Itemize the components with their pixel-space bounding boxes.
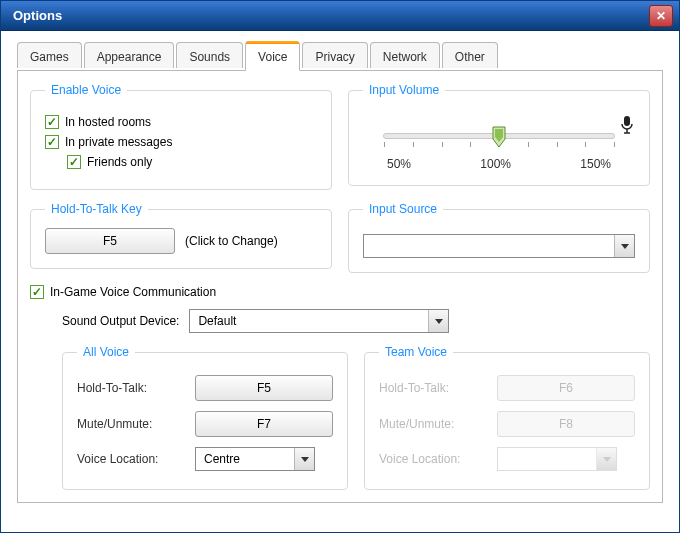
output-device-value: Default [190,314,428,328]
friends-only-checkbox[interactable] [67,155,81,169]
tab-privacy[interactable]: Privacy [302,42,367,68]
all-voice-legend: All Voice [77,345,135,359]
friends-only-row: Friends only [67,155,317,169]
private-messages-label: In private messages [65,135,172,149]
team-voice-loc-select [497,447,617,471]
chevron-down-icon [294,448,314,470]
hosted-rooms-checkbox[interactable] [45,115,59,129]
volume-labels: 50% 100% 150% [383,157,615,171]
close-button[interactable]: ✕ [649,5,673,27]
all-voice-hold-button[interactable]: F5 [195,375,333,401]
team-voice-legend: Team Voice [379,345,453,359]
volume-label-50: 50% [387,157,411,171]
enable-voice-legend: Enable Voice [45,83,127,97]
volume-slider-thumb[interactable] [492,126,506,148]
all-voice-group: All Voice Hold-To-Talk: F5 Mute/Unmute: … [62,345,348,490]
private-messages-row: In private messages [45,135,317,149]
volume-label-100: 100% [480,157,511,171]
chevron-down-icon [614,235,634,257]
tab-games[interactable]: Games [17,42,82,68]
window-title: Options [13,8,62,23]
team-voice-hold-button: F6 [497,375,635,401]
enable-voice-group: Enable Voice In hosted rooms In private … [30,83,332,190]
all-voice-loc-select[interactable]: Centre [195,447,315,471]
team-voice-mute-button: F8 [497,411,635,437]
microphone-icon [619,115,635,138]
volume-label-150: 150% [580,157,611,171]
private-messages-checkbox[interactable] [45,135,59,149]
tab-appearance[interactable]: Appearance [84,42,175,68]
chevron-down-icon [596,448,616,470]
input-volume-slider-wrap: 50% 100% 150% [363,109,635,171]
close-icon: ✕ [656,9,666,23]
input-source-legend: Input Source [363,202,443,216]
input-volume-legend: Input Volume [363,83,445,97]
all-voice-mute-label: Mute/Unmute: [77,417,187,431]
hosted-rooms-label: In hosted rooms [65,115,151,129]
hold-to-talk-key-button[interactable]: F5 [45,228,175,254]
tab-network[interactable]: Network [370,42,440,68]
output-device-select[interactable]: Default [189,309,449,333]
content-area: Games Appearance Sounds Voice Privacy Ne… [1,31,679,513]
tab-sounds[interactable]: Sounds [176,42,243,68]
tab-voice[interactable]: Voice [245,41,300,71]
all-voice-loc-label: Voice Location: [77,452,187,466]
ingame-voice-label: In-Game Voice Communication [50,285,216,299]
voice-panel: Enable Voice In hosted rooms In private … [17,71,663,503]
hosted-rooms-row: In hosted rooms [45,115,317,129]
ingame-voice-checkbox[interactable] [30,285,44,299]
all-voice-loc-value: Centre [196,452,294,466]
team-voice-loc-label: Voice Location: [379,452,489,466]
all-voice-hold-label: Hold-To-Talk: [77,381,187,395]
ingame-voice-row: In-Game Voice Communication [30,285,650,299]
input-source-select[interactable] [363,234,635,258]
output-device-label: Sound Output Device: [62,314,179,328]
volume-slider[interactable] [383,133,615,139]
options-window: Options ✕ Games Appearance Sounds Voice … [0,0,680,533]
team-voice-hold-label: Hold-To-Talk: [379,381,489,395]
output-device-row: Sound Output Device: Default [62,309,650,333]
svg-rect-0 [624,116,630,126]
team-voice-mute-label: Mute/Unmute: [379,417,489,431]
friends-only-label: Friends only [87,155,152,169]
hold-to-talk-group: Hold-To-Talk Key F5 (Click to Change) [30,202,332,269]
tab-strip: Games Appearance Sounds Voice Privacy Ne… [17,41,663,71]
titlebar[interactable]: Options ✕ [1,1,679,31]
input-volume-group: Input Volume [348,83,650,186]
all-voice-mute-button[interactable]: F7 [195,411,333,437]
input-source-group: Input Source [348,202,650,273]
hold-to-talk-legend: Hold-To-Talk Key [45,202,148,216]
team-voice-group: Team Voice Hold-To-Talk: F6 Mute/Unmute:… [364,345,650,490]
hold-to-talk-hint: (Click to Change) [185,234,278,248]
chevron-down-icon [428,310,448,332]
tab-other[interactable]: Other [442,42,498,68]
